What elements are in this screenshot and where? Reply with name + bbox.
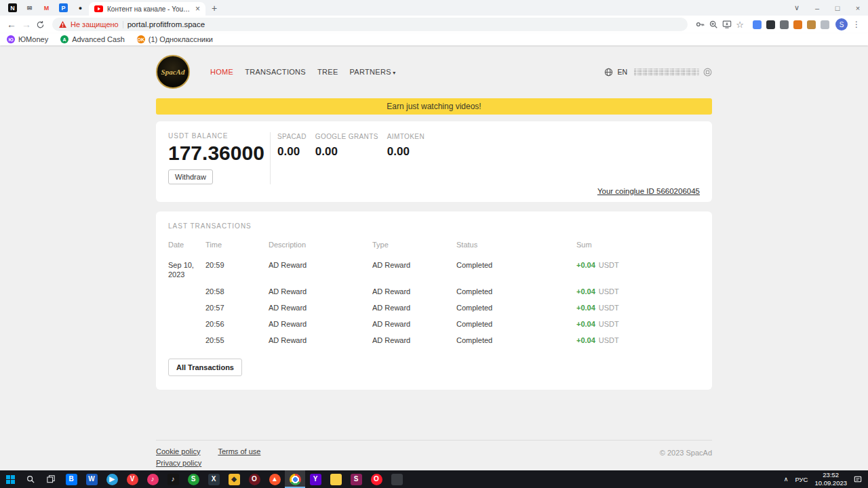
mail-tab[interactable]: ✉: [21, 0, 38, 16]
column-header: Sum: [576, 241, 700, 257]
taskbar-clock[interactable]: 23:52 10.09.2023: [814, 471, 847, 487]
footer-link-terms-of-use[interactable]: Terms of use: [218, 447, 260, 455]
copy-id-icon[interactable]: [703, 68, 712, 77]
taskbar-app-chrome[interactable]: [285, 470, 305, 488]
coinglue-id-link[interactable]: Your coinglue ID 5660206045: [597, 187, 700, 195]
maximize-button[interactable]: □: [827, 0, 848, 16]
token-value: 0.00: [277, 145, 307, 159]
password-key-icon[interactable]: [693, 20, 707, 29]
taskbar-app-binance[interactable]: ◆: [224, 470, 244, 488]
footer-link-cookie-policy[interactable]: Cookie policy: [156, 447, 200, 455]
extension-shield[interactable]: [780, 20, 789, 29]
cell-type: AD Reward: [372, 300, 456, 316]
token-label: GOOGLE GRANTS: [315, 133, 378, 140]
taskbar-app-phone-link[interactable]: [387, 470, 407, 488]
plesk-tab[interactable]: P: [55, 0, 72, 16]
install-app-icon[interactable]: [720, 20, 734, 29]
cell-sum: +0.04USDT: [576, 316, 700, 332]
zoom-icon[interactable]: [707, 20, 720, 29]
active-tab[interactable]: Контент на канале - YouTube St... ×: [89, 2, 205, 16]
bookmark-2[interactable]: AAdvanced Cash: [60, 35, 125, 43]
spacad-logo[interactable]: SpacAd: [156, 55, 190, 89]
usdt-balance-label: USDT BALANCE: [168, 132, 258, 140]
token-aimtoken: AIMTOKEN0.00: [387, 133, 425, 184]
browser-chrome: N✉MP● Контент на канале - YouTube St... …: [0, 0, 868, 45]
notion-tab[interactable]: N: [4, 0, 21, 16]
transactions-table: DateTimeDescriptionTypeStatusSumSep 10, …: [168, 241, 700, 349]
taskbar-app-music[interactable]: ♪: [142, 470, 163, 488]
cell-type: AD Reward: [372, 257, 456, 283]
token-spacad: SPACAD0.00: [277, 133, 307, 184]
taskbar-app-skrill[interactable]: S: [346, 470, 366, 488]
bookmark-3[interactable]: OK(1) Одноклассники: [137, 35, 213, 43]
extension-translate[interactable]: [753, 20, 762, 29]
taskbar-language[interactable]: РУС: [795, 476, 808, 483]
nav-tree[interactable]: TREE: [317, 68, 338, 76]
cell-time: 20:57: [205, 300, 269, 316]
cell-date: [168, 316, 205, 332]
taskbar-app-vk[interactable]: B: [61, 470, 81, 488]
windows-logo-icon: [6, 475, 15, 484]
chrome-icon: [290, 474, 301, 485]
language-label[interactable]: EN: [617, 68, 627, 76]
amount: +0.04: [576, 336, 595, 344]
explorer-icon: [330, 474, 342, 485]
task-view-icon[interactable]: [41, 470, 61, 488]
cell-status: Completed: [456, 332, 576, 348]
url-text[interactable]: portal.profitfrom.space: [127, 20, 205, 28]
all-transactions-button[interactable]: All Transactions: [168, 359, 242, 376]
taskbar-app-opera[interactable]: O: [366, 470, 387, 488]
back-button[interactable]: ←: [4, 20, 19, 29]
start-button[interactable]: [0, 470, 20, 488]
extension-notes[interactable]: [821, 20, 829, 29]
taskbar-app-onexbet[interactable]: X: [203, 470, 224, 488]
extensions-area: [753, 20, 829, 29]
taskbar-app-telegram[interactable]: ▶: [102, 470, 122, 488]
tab-search-icon[interactable]: ∨: [787, 0, 807, 16]
globe-icon[interactable]: [604, 68, 613, 77]
close-window-button[interactable]: ×: [848, 0, 868, 16]
footer-link-privacy-policy[interactable]: Privacy policy: [156, 459, 201, 467]
browser-menu-icon[interactable]: ⋮: [852, 20, 861, 29]
binance-icon: ◆: [229, 474, 240, 485]
notification-center-icon[interactable]: [854, 475, 862, 483]
forward-button[interactable]: →: [19, 20, 34, 29]
hidden-icons-chevron[interactable]: ∧: [784, 476, 789, 483]
tab-close-icon[interactable]: ×: [195, 4, 200, 14]
taskbar-search-icon[interactable]: [20, 470, 41, 488]
extension-wallet[interactable]: [807, 20, 816, 29]
bookmark-label: (1) Одноклассники: [149, 35, 213, 43]
taskbar-app-yahoo[interactable]: Y: [305, 470, 326, 488]
nav-transactions[interactable]: TRANSACTIONS: [245, 68, 306, 76]
taskbar-app-explorer[interactable]: [326, 470, 346, 488]
column-header: Time: [205, 241, 269, 257]
taskbar-app-brave[interactable]: ▲: [264, 470, 285, 488]
nav-home[interactable]: HOME: [210, 68, 233, 76]
token-label: AIMTOKEN: [387, 133, 425, 140]
cell-time: 20:55: [205, 332, 269, 348]
taskbar-app-word[interactable]: W: [81, 470, 102, 488]
withdraw-button[interactable]: Withdraw: [168, 169, 213, 184]
bookmark-star-icon[interactable]: ☆: [734, 20, 746, 30]
minimize-button[interactable]: –: [807, 0, 827, 16]
reload-button[interactable]: [34, 20, 47, 29]
taskbar-app-vivaldi[interactable]: V: [122, 470, 142, 488]
extension-grid[interactable]: [766, 20, 775, 29]
bookmark-1[interactable]: ЮЮMoney: [7, 35, 48, 43]
profile-avatar[interactable]: S: [835, 18, 848, 30]
gmail-tab[interactable]: M: [38, 0, 55, 16]
web-page: SpacAd HOMETRANSACTIONSTREEPARTNERS ▾ EN…: [0, 45, 868, 470]
nav-partners[interactable]: PARTNERS ▾: [350, 68, 396, 76]
taskbar-app-operagx[interactable]: O: [244, 470, 264, 488]
dark-site-tab[interactable]: ●: [72, 0, 89, 16]
cell-description: AD Reward: [269, 332, 372, 348]
security-label[interactable]: Не защищено: [71, 20, 119, 28]
taskbar-app-sber[interactable]: S: [183, 470, 203, 488]
taskbar-app-tiktok[interactable]: ♪: [163, 470, 183, 488]
youtube-icon: [94, 5, 103, 12]
new-tab-button[interactable]: +: [205, 0, 223, 16]
metamask-fox[interactable]: [793, 20, 802, 29]
cell-description: AD Reward: [269, 300, 372, 316]
address-bar[interactable]: Не защищено portal.profitfrom.space: [52, 18, 688, 31]
cell-time: 20:59: [205, 257, 269, 283]
